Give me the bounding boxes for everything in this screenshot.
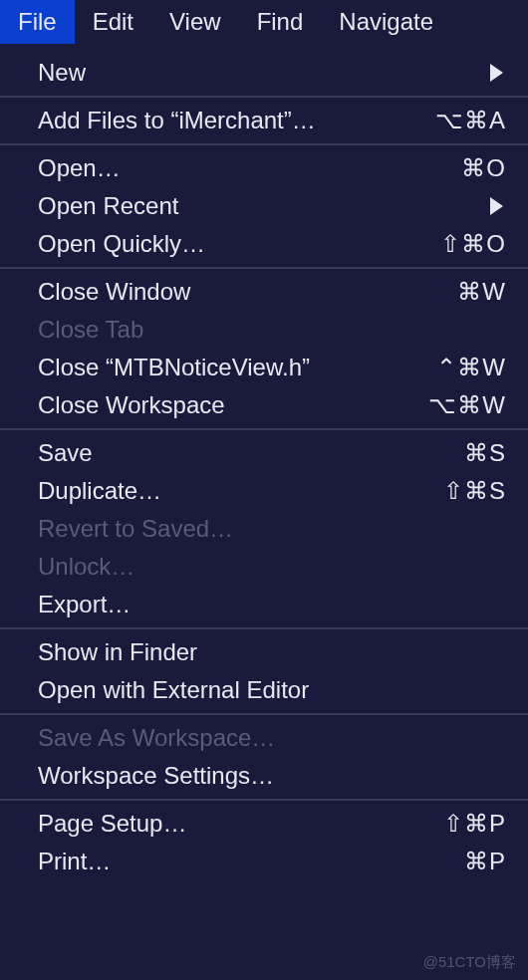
menu-item-label: New <box>38 59 86 87</box>
menu-item-close-file[interactable]: Close “MTBNoticeView.h” ⌃⌘W <box>0 349 528 386</box>
submenu-arrow-icon <box>490 64 503 82</box>
menu-item-duplicate[interactable]: Duplicate… ⇧⌘S <box>0 472 528 510</box>
menu-item-label: Close Window <box>38 278 190 306</box>
menu-section: Save ⌘S Duplicate… ⇧⌘S Revert to Saved… … <box>0 430 528 629</box>
menu-item-close-tab: Close Tab <box>0 311 528 349</box>
menu-section: Show in Finder Open with External Editor <box>0 629 528 715</box>
menu-item-close-window[interactable]: Close Window ⌘W <box>0 273 528 311</box>
menu-section: Save As Workspace… Workspace Settings… <box>0 715 528 801</box>
menu-item-new[interactable]: New <box>0 54 528 92</box>
menubar-label: File <box>18 8 57 36</box>
file-menu-dropdown: New Add Files to “iMerchant”… ⌥⌘A Open… … <box>0 44 528 884</box>
menu-item-label: Duplicate… <box>38 477 161 505</box>
menu-item-shortcut: ⇧⌘O <box>440 230 506 258</box>
menu-item-label: Workspace Settings… <box>38 762 274 790</box>
menu-section: New <box>0 50 528 98</box>
menu-item-shortcut: ⌘P <box>464 848 506 875</box>
menubar: File Edit View Find Navigate <box>0 0 528 44</box>
menubar-view[interactable]: View <box>151 0 239 44</box>
menu-item-label: Export… <box>38 591 131 618</box>
menu-item-label: Open with External Editor <box>38 676 309 704</box>
menu-item-label: Close Workspace <box>38 391 225 419</box>
menu-item-label: Print… <box>38 848 111 875</box>
menu-section: Close Window ⌘W Close Tab Close “MTBNoti… <box>0 269 528 430</box>
menu-item-label: Show in Finder <box>38 638 197 666</box>
menu-item-export[interactable]: Export… <box>0 586 528 623</box>
menu-item-label: Close Tab <box>38 316 143 344</box>
menu-item-unlock: Unlock… <box>0 548 528 586</box>
menu-item-label: Open Recent <box>38 192 178 220</box>
menu-item-label: Close “MTBNoticeView.h” <box>38 354 310 381</box>
menubar-label: Edit <box>93 8 133 36</box>
menu-item-label: Revert to Saved… <box>38 515 233 543</box>
menu-item-open-quickly[interactable]: Open Quickly… ⇧⌘O <box>0 225 528 263</box>
submenu-arrow-icon <box>490 197 503 215</box>
menu-section: Page Setup… ⇧⌘P Print… ⌘P <box>0 801 528 884</box>
menu-item-shortcut: ⌥⌘A <box>435 107 506 134</box>
menubar-file[interactable]: File <box>0 0 75 44</box>
menu-item-label: Add Files to “iMerchant”… <box>38 107 316 134</box>
menu-item-label: Save <box>38 439 93 467</box>
menu-section: Add Files to “iMerchant”… ⌥⌘A <box>0 98 528 145</box>
menu-item-save-as-workspace: Save As Workspace… <box>0 719 528 757</box>
menubar-label: Navigate <box>339 8 433 36</box>
menu-item-page-setup[interactable]: Page Setup… ⇧⌘P <box>0 805 528 843</box>
menu-item-label: Open Quickly… <box>38 230 205 258</box>
menu-item-label: Unlock… <box>38 553 134 581</box>
menu-item-show-in-finder[interactable]: Show in Finder <box>0 633 528 671</box>
menu-item-open[interactable]: Open… ⌘O <box>0 149 528 187</box>
menubar-edit[interactable]: Edit <box>75 0 151 44</box>
menu-section: Open… ⌘O Open Recent Open Quickly… ⇧⌘O <box>0 145 528 269</box>
menu-item-label: Save As Workspace… <box>38 724 275 752</box>
menu-item-shortcut: ⇧⌘S <box>443 477 506 505</box>
menu-item-shortcut: ⌥⌘W <box>428 391 506 419</box>
menubar-label: Find <box>257 8 304 36</box>
menu-item-close-workspace[interactable]: Close Workspace ⌥⌘W <box>0 386 528 424</box>
menu-item-add-files[interactable]: Add Files to “iMerchant”… ⌥⌘A <box>0 102 528 139</box>
menu-item-workspace-settings[interactable]: Workspace Settings… <box>0 757 528 795</box>
menu-item-shortcut: ⇧⌘P <box>443 810 506 838</box>
menubar-label: View <box>169 8 221 36</box>
menu-item-open-external-editor[interactable]: Open with External Editor <box>0 671 528 709</box>
watermark: @51CTO博客 <box>423 953 516 972</box>
menu-item-shortcut: ⌘S <box>464 439 506 467</box>
menu-item-label: Open… <box>38 154 121 182</box>
menubar-find[interactable]: Find <box>239 0 322 44</box>
menu-item-shortcut: ⌃⌘W <box>436 354 506 381</box>
menubar-navigate[interactable]: Navigate <box>321 0 451 44</box>
menu-item-open-recent[interactable]: Open Recent <box>0 187 528 225</box>
menu-item-revert: Revert to Saved… <box>0 510 528 548</box>
menu-item-print[interactable]: Print… ⌘P <box>0 843 528 880</box>
menu-item-shortcut: ⌘O <box>461 154 506 182</box>
menu-item-shortcut: ⌘W <box>457 278 506 306</box>
menu-item-save[interactable]: Save ⌘S <box>0 434 528 472</box>
menu-item-label: Page Setup… <box>38 810 186 838</box>
